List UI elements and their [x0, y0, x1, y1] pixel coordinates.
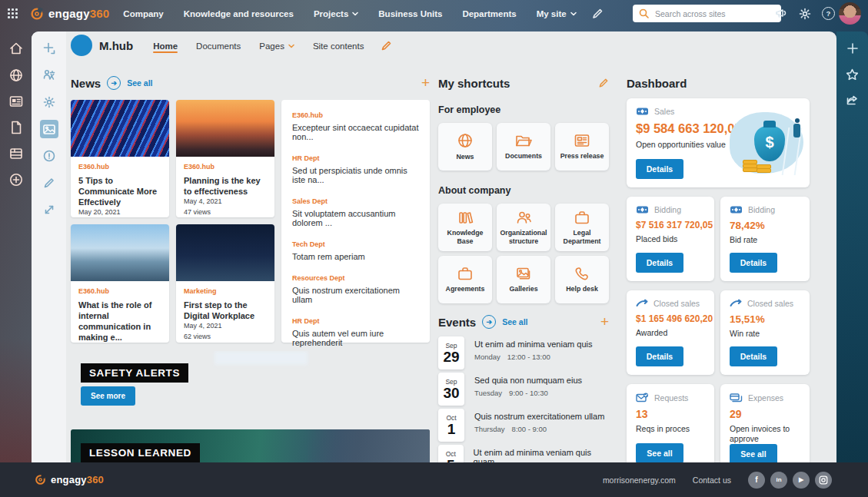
- help-icon[interactable]: ?: [822, 7, 835, 20]
- logo[interactable]: engagy360: [30, 7, 109, 21]
- search-input[interactable]: [653, 8, 775, 19]
- share-icon[interactable]: [846, 94, 859, 106]
- add-circle-icon[interactable]: [8, 172, 24, 187]
- lesson-learned-banner[interactable]: LESSON LEARNED: [71, 429, 430, 462]
- details-button[interactable]: Details: [636, 159, 683, 179]
- app-launcher-icon[interactable]: [8, 8, 18, 18]
- event-item[interactable]: Oct1 Quis nostrum exercitationem ullam T…: [438, 409, 609, 442]
- shortcut-documents[interactable]: Documents: [497, 123, 550, 171]
- nav-projects[interactable]: Projects: [314, 9, 358, 18]
- event-date: Oct5: [438, 445, 464, 462]
- card-caption: Win rate: [730, 329, 800, 339]
- nav-my-site[interactable]: My site: [537, 9, 577, 18]
- resize-icon[interactable]: [40, 200, 58, 219]
- edit-icon[interactable]: [592, 8, 603, 19]
- news-meta: May 4, 202147 views: [184, 197, 267, 217]
- youtube-icon[interactable]: ▶: [793, 472, 810, 489]
- avatar[interactable]: [839, 2, 861, 25]
- add-news-button[interactable]: +: [421, 78, 430, 88]
- see-more-button[interactable]: See more: [81, 386, 135, 406]
- shortcut-press-release[interactable]: Press release: [555, 123, 609, 171]
- linkedin-icon[interactable]: in: [770, 472, 787, 489]
- star-icon[interactable]: [846, 68, 859, 81]
- news-card[interactable]: E360.hub 5 Tips to Communicate More Effe…: [71, 100, 169, 217]
- news-card[interactable]: Marketing First step to the Digital Work…: [176, 224, 274, 343]
- arrow-right-icon[interactable]: ➔: [482, 315, 496, 329]
- info-icon[interactable]: [40, 147, 58, 165]
- globe-icon[interactable]: [8, 68, 24, 83]
- document-icon[interactable]: [9, 120, 23, 135]
- card-label: Closed sales: [653, 299, 700, 308]
- footer-logo[interactable]: engagy360: [35, 474, 104, 485]
- events-see-all-link[interactable]: See all: [502, 317, 527, 326]
- update-item[interactable]: Tech DeptTotam rem aperiam: [292, 240, 419, 261]
- event-item[interactable]: Sep29 Ut enim ad minima veniam quis Mond…: [438, 336, 609, 370]
- instagram-icon[interactable]: [815, 472, 832, 489]
- see-all-button[interactable]: See all: [636, 443, 683, 462]
- newspaper-icon: [573, 133, 591, 148]
- nav-knowledge[interactable]: Knowledge and resources: [184, 9, 294, 18]
- tab-pages[interactable]: Pages: [259, 34, 294, 57]
- news-card[interactable]: E360.hub What is the role of internal co…: [71, 224, 169, 343]
- announcement-icon[interactable]: [775, 8, 788, 19]
- safety-alerts-banner[interactable]: SAFETY ALERTS See more: [71, 351, 430, 419]
- settings-icon[interactable]: [799, 8, 811, 20]
- update-item[interactable]: HR DeptSed ut perspiciatis unde omnis is…: [292, 154, 419, 184]
- event-meta: Thursday8:00 - 9:00: [474, 425, 604, 433]
- nav-departments[interactable]: Departments: [462, 9, 516, 18]
- nav-company[interactable]: Company: [123, 9, 163, 18]
- shortcut-agreements[interactable]: Agreements: [438, 256, 492, 303]
- news-see-all-link[interactable]: See all: [127, 78, 152, 88]
- topbar-actions: ?: [775, 0, 835, 27]
- card-value: 78,42%: [730, 220, 800, 231]
- nav-business-units[interactable]: Business Units: [378, 9, 442, 18]
- news-card[interactable]: E360.hub Planning is the key to effectiv…: [176, 100, 274, 217]
- shortcut-tiles: Knowledge Base Organizational structure …: [438, 204, 609, 303]
- library-icon[interactable]: [8, 147, 24, 161]
- image-icon[interactable]: [40, 120, 58, 138]
- event-title: Ut enim ad minima veniam quis: [474, 340, 592, 349]
- update-item[interactable]: Sales DeptSit voluptatem accusantium dol…: [292, 197, 419, 227]
- settings-icon[interactable]: [40, 93, 58, 111]
- shortcut-knowledge-base[interactable]: Knowledge Base: [438, 204, 492, 251]
- see-all-button[interactable]: See all: [730, 444, 777, 462]
- card-label: Bidding: [654, 205, 681, 214]
- shortcut-legal-department[interactable]: Legal Department: [555, 204, 609, 251]
- site-link[interactable]: morrisonenergy.com: [603, 475, 676, 485]
- right-rail: [836, 31, 868, 473]
- event-item[interactable]: Sep30 Sed quia non numquam eius Tuesday9…: [438, 373, 609, 406]
- event-item[interactable]: Oct5 Ut enim ad minima veniam quis quam …: [438, 445, 609, 462]
- arrow-right-icon[interactable]: ➔: [107, 76, 121, 90]
- update-item[interactable]: Resources DeptQuis nostrum exercitatione…: [292, 274, 419, 304]
- edit-page-icon[interactable]: [381, 40, 392, 51]
- tab-site-contents[interactable]: Site contents: [313, 34, 364, 57]
- details-button[interactable]: Details: [730, 346, 777, 366]
- shortcut-help-desk[interactable]: Help desk: [555, 256, 609, 303]
- add-event-button[interactable]: +: [600, 316, 609, 327]
- news-icon[interactable]: [8, 94, 24, 108]
- shortcut-galleries[interactable]: Galleries: [497, 256, 550, 303]
- details-button[interactable]: Details: [730, 253, 777, 273]
- add-icon[interactable]: [40, 39, 58, 58]
- event-date: Oct1: [438, 409, 464, 442]
- edit-icon[interactable]: [40, 174, 58, 192]
- home-icon[interactable]: [8, 41, 24, 56]
- plus-icon[interactable]: [846, 42, 859, 55]
- contact-link[interactable]: Contact us: [693, 475, 731, 485]
- folder-icon: [514, 133, 533, 148]
- details-button[interactable]: Details: [636, 253, 683, 273]
- translate-icon[interactable]: [40, 66, 58, 84]
- tab-home[interactable]: Home: [153, 34, 178, 57]
- edit-shortcuts-icon[interactable]: [598, 78, 609, 88]
- shortcut-org-structure[interactable]: Organizational structure: [497, 204, 550, 251]
- details-button[interactable]: Details: [636, 346, 683, 366]
- news-image: [71, 224, 169, 281]
- shortcut-tiles: News Documents Press release: [438, 123, 609, 171]
- site-logo[interactable]: [71, 35, 92, 56]
- update-item[interactable]: HR DeptQuis autem vel eum iure reprehend…: [292, 317, 419, 347]
- update-item[interactable]: E360.hubExcepteur sint occaecat cupidata…: [292, 111, 419, 141]
- tab-documents[interactable]: Documents: [196, 34, 241, 57]
- news-tag: Marketing: [184, 287, 267, 295]
- shortcut-news[interactable]: News: [438, 123, 492, 171]
- facebook-icon[interactable]: f: [748, 472, 765, 489]
